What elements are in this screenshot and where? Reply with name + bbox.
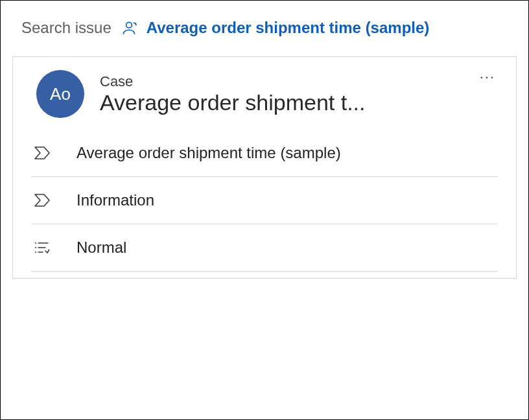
row-subject-text: Average order shipment time (sample): [76, 144, 341, 162]
svg-point-3: [35, 247, 36, 248]
breadcrumb: Search issue Average order shipment time…: [12, 19, 517, 37]
row-information-text: Information: [76, 191, 154, 209]
chevron-icon: [34, 146, 53, 160]
row-information[interactable]: Information: [31, 177, 498, 224]
avatar: Ao: [36, 70, 84, 118]
svg-point-1: [35, 242, 36, 244]
row-priority[interactable]: Normal: [31, 224, 498, 272]
svg-point-5: [35, 251, 36, 253]
chevron-icon: [34, 193, 53, 207]
card-title: Average order shipment t...: [100, 90, 365, 115]
breadcrumb-current[interactable]: Average order shipment time (sample): [147, 19, 430, 37]
row-priority-text: Normal: [76, 239, 126, 257]
breadcrumb-back[interactable]: Search issue: [21, 19, 112, 37]
case-card: Ao Case Average order shipment t... ··· …: [12, 56, 517, 279]
person-icon: [121, 19, 137, 36]
header-text: Case Average order shipment t...: [100, 73, 365, 115]
row-subject[interactable]: Average order shipment time (sample): [31, 130, 498, 177]
card-type-label: Case: [100, 73, 365, 90]
card-header: Ao Case Average order shipment t... ···: [31, 64, 498, 130]
svg-point-0: [126, 22, 132, 28]
more-button[interactable]: ···: [480, 70, 495, 84]
priority-icon: [34, 240, 53, 255]
